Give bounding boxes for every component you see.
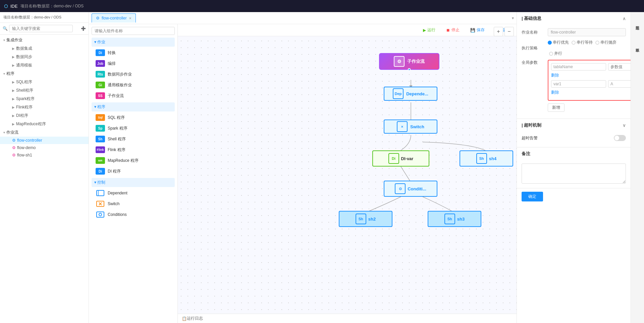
node-icon-conditi: ⊙ [395, 183, 406, 194]
param-key-var1[interactable] [551, 80, 606, 88]
comp-item-dependent[interactable]: Dependent [92, 188, 175, 198]
sidebar-group-integration[interactable]: ▾ 集成作业 [0, 36, 89, 44]
sidebar-item-flow-sh1[interactable]: ⚙ flow-sh1 [0, 151, 89, 159]
node-icon-sh4: Sh [476, 153, 487, 164]
radio-parallel[interactable]: 并行 [548, 51, 562, 56]
right-section-notes[interactable]: 备注 [517, 147, 631, 160]
param-header-key[interactable] [551, 63, 606, 71]
node-sub-flow[interactable]: ⚙ 子作业流 [379, 53, 439, 70]
comp-item-template-job[interactable]: Gi 通用模板作业 [92, 80, 175, 90]
param-delete-btn-1[interactable]: 删除 [551, 73, 559, 78]
comp-item-sql-prog[interactable]: Sql SQL 程序 [92, 112, 175, 123]
comp-badge-sp: Sp [96, 125, 105, 132]
param-delete-btn-2[interactable]: 删除 [551, 90, 559, 95]
comp-section-control[interactable]: ▾ 控制 [92, 178, 175, 187]
tab-close-btn[interactable]: ✕ [129, 16, 131, 20]
radio-serial-priority[interactable]: 串行优先 [548, 40, 569, 45]
node-sh2[interactable]: Sh sh2 [339, 211, 392, 227]
add-icon[interactable]: ➕ [81, 26, 86, 31]
sidebar-group-integration-label: 集成作业 [6, 37, 22, 43]
far-right-version[interactable]: 版本草稿 [632, 37, 643, 54]
tab-flow-controller[interactable]: ⚙ flow-controller ✕ [92, 13, 136, 22]
tab-bar-collapse[interactable]: ▾ [512, 16, 514, 20]
comp-badge-di2: Di [96, 168, 105, 175]
comp-badge-di: Di [96, 49, 105, 56]
notes-textarea[interactable] [522, 164, 626, 184]
comp-item-convert[interactable]: Di 转换 [92, 47, 175, 58]
exec-strategy-label: 执行策略 [522, 45, 545, 51]
comp-item-mapreduce-prog[interactable]: MR MapReduce 程序 [92, 155, 175, 166]
node-sh4[interactable]: Sh sh4 [460, 150, 513, 167]
node-sh3[interactable]: Sh sh3 [428, 211, 481, 227]
save-icon: 💾 [470, 28, 475, 33]
node-conditi[interactable]: ⊙ Conditi... [384, 181, 437, 197]
search-icon: 🔍 [3, 26, 8, 31]
comp-badge-job: Job [96, 60, 105, 67]
comp-icon-dependent [96, 190, 105, 196]
comp-item-shell-prog[interactable]: Sh Shell 程序 [92, 134, 175, 144]
timeout-collapse[interactable]: ∨ [623, 123, 626, 128]
comp-item-data-sync-job[interactable]: Rts 数据同步作业 [92, 69, 175, 80]
node-divar[interactable]: Di DI-var [372, 150, 429, 167]
sidebar-item-flow-demo[interactable]: ⚙ flow-demo [0, 144, 89, 151]
stop-btn[interactable]: ⏹ 停止 [443, 26, 462, 34]
sidebar-item-spark[interactable]: ▶ Spark程序 [0, 95, 89, 103]
log-icon: 📋 [182, 316, 187, 321]
sidebar-group-program[interactable]: ▾ 程序 [0, 70, 89, 78]
comp-badge-ss: SS [96, 92, 105, 99]
comp-section-job[interactable]: ▾ 作业 [92, 38, 175, 47]
job-name-label: 作业名称 [522, 30, 545, 35]
comp-item-sub-workflow[interactable]: SS 子作业流 [92, 90, 175, 101]
sidebar-item-data-sync[interactable]: ▶ 数据同步 [0, 53, 89, 61]
save-btn[interactable]: 💾 保存 [468, 26, 487, 34]
node-icon-depend: Dep [393, 88, 404, 99]
comp-search-input[interactable] [92, 27, 175, 35]
comp-item-arrange[interactable]: Job 编排 [92, 58, 175, 69]
sidebar-item-di[interactable]: ▶ DI程序 [0, 111, 89, 120]
comp-badge-sh: Sh [96, 136, 105, 142]
sidebar-item-flow-controller[interactable]: ⚙ flow-controller [0, 137, 89, 144]
svg-rect-0 [97, 190, 104, 196]
param-header-value[interactable] [608, 63, 631, 71]
sidebar-group-workflow[interactable]: ▾ 作业流 [0, 128, 89, 137]
node-depend[interactable]: Dep Depende... [384, 87, 437, 101]
sidebar-item-sql[interactable]: ▶ SQL程序 [0, 78, 89, 86]
stop-icon: ⏹ [446, 28, 450, 33]
params-table: 删除 删除 [548, 60, 631, 101]
comp-item-di-prog[interactable]: Di DI 程序 [92, 166, 175, 177]
param-value-var1[interactable] [608, 80, 631, 88]
right-section-timeout[interactable]: | 超时机制 ∨ [517, 119, 631, 132]
svg-line-9 [401, 167, 411, 182]
run-btn[interactable]: ▶ 运行 [420, 26, 438, 34]
node-switch[interactable]: × Switch [384, 120, 437, 134]
comp-item-spark-prog[interactable]: Sp Spark 程序 [92, 123, 175, 134]
comp-section-program[interactable]: ▾ 程序 [92, 102, 175, 111]
right-panel: | 基础信息 ∧ 作业名称 执行策略 串行优先 [517, 12, 631, 323]
sidebar-item-data-integration[interactable]: ▶ 数据集成 [0, 44, 89, 53]
sidebar-item-flink[interactable]: ▶ Flink程序 [0, 103, 89, 111]
radio-serial-wait[interactable]: 串行等待 [572, 40, 593, 45]
right-section-basic-info[interactable]: | 基础信息 ∧ [517, 12, 631, 25]
basic-info-collapse[interactable]: ∧ [623, 16, 626, 21]
comp-item-conditions[interactable]: Conditions [92, 209, 175, 220]
project-title: 项目名称/数据层：demo-dev / ODS [20, 3, 84, 9]
job-name-input[interactable] [548, 28, 626, 36]
zoom-out-btn[interactable]: − [504, 27, 514, 36]
sidebar-item-mapreduce[interactable]: ▶ MapReduce程序 [0, 120, 89, 128]
radio-dot-serial-discard [595, 41, 599, 45]
timeout-alert-toggle[interactable] [614, 135, 626, 141]
far-right-config[interactable]: 适用配置 [632, 15, 643, 32]
comp-item-switch[interactable]: Switch [92, 198, 175, 209]
zoom-in-btn[interactable]: + [494, 27, 503, 36]
sidebar-item-template[interactable]: ▶ 通用模板 [0, 61, 89, 70]
radio-serial-discard[interactable]: 串行抛弃 [595, 40, 616, 45]
sidebar-item-shell[interactable]: ▶ Shell程序 [0, 86, 89, 95]
comp-item-flink-prog[interactable]: Flink Flink 程序 [92, 144, 175, 155]
comp-badge-gi: Gi [96, 82, 105, 88]
confirm-btn[interactable]: 确定 [522, 192, 543, 201]
far-right-panel: 适用配置 版本草稿 [631, 12, 644, 323]
params-add-btn[interactable]: 新增 [548, 103, 565, 112]
sidebar-search-input[interactable] [9, 25, 73, 32]
bottom-log[interactable]: 📋 运行日志 [178, 314, 517, 323]
svg-point-6 [99, 213, 102, 216]
